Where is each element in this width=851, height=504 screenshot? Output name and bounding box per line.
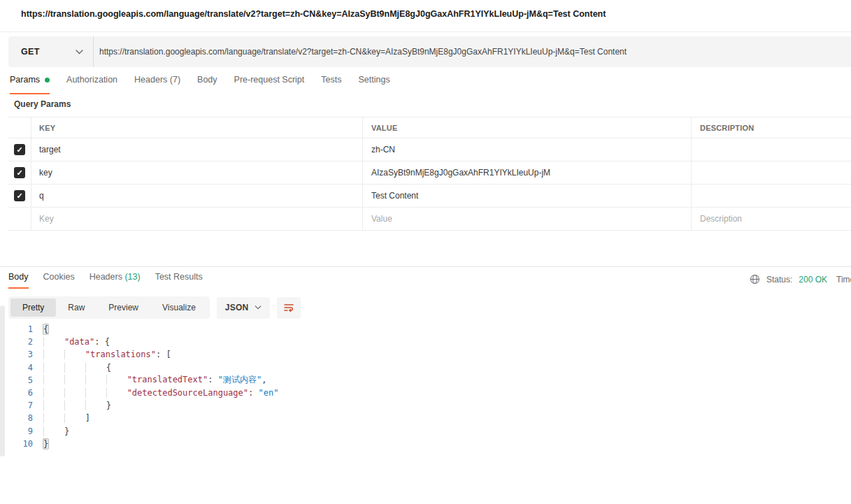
param-description-cell[interactable] — [691, 138, 851, 161]
line-number: 7 — [0, 401, 33, 410]
method-selector[interactable]: GET — [8, 36, 94, 67]
time-label: Time — [836, 275, 851, 285]
indent-guide — [64, 401, 85, 410]
language-dropdown[interactable]: JSON — [217, 297, 270, 319]
code-line: 2 "data": { — [0, 336, 278, 348]
code-line-content: { — [33, 324, 48, 334]
code-token: { — [106, 363, 111, 373]
key-column-header: KEY — [31, 117, 362, 138]
method-label: GET — [21, 47, 40, 57]
indent-guide — [43, 401, 64, 410]
indent-guide — [43, 426, 64, 436]
param-description-input[interactable]: Description — [691, 208, 851, 230]
indent-guide — [43, 337, 64, 347]
indent-guide — [43, 413, 64, 423]
code-line-content: } — [33, 401, 111, 410]
param-checkbox-cell — [8, 208, 31, 230]
response-tab-label: Test Results — [155, 272, 203, 282]
line-number: 6 — [0, 388, 33, 398]
response-tab-headers[interactable]: Headers (13) — [90, 272, 141, 289]
indent-guide — [106, 388, 127, 398]
code-line: 8 ] — [0, 412, 278, 424]
code-line-content: "translations": [ — [33, 350, 171, 359]
request-tab-label: Pre-request Script — [234, 75, 305, 85]
query-params-label: Query Params — [14, 99, 71, 109]
code-token: ] — [85, 413, 90, 423]
code-line: 7 } — [0, 399, 278, 412]
code-line-content: "detectedSourceLanguage": "en" — [33, 388, 278, 398]
query-params-table: KEY VALUE DESCRIPTION ✓targetzh-CN✓keyAI… — [8, 117, 851, 231]
indent-guide — [106, 375, 127, 384]
table-header-row: KEY VALUE DESCRIPTION — [8, 117, 851, 138]
response-meta: Status: 200 OK Time — [750, 274, 851, 285]
request-tab-settings[interactable]: Settings — [358, 73, 389, 94]
request-tab-label: Authorization — [66, 75, 117, 85]
request-tab-label: Headers (7) — [134, 75, 180, 85]
indent-guide — [85, 401, 106, 410]
param-value-cell[interactable]: Test Content — [362, 185, 691, 207]
param-description-cell[interactable] — [691, 161, 851, 184]
request-url-title: https://translation.googleapis.com/langu… — [21, 9, 606, 19]
request-tab-tests[interactable]: Tests — [321, 73, 341, 94]
param-checkbox[interactable]: ✓ — [14, 190, 25, 201]
indent-guide — [85, 363, 106, 373]
param-row: ✓qTest Content — [8, 185, 851, 208]
request-tab-label: Tests — [321, 75, 341, 85]
view-tab-pretty[interactable]: Pretty — [10, 298, 56, 317]
param-row: ✓targetzh-CN — [8, 138, 851, 161]
param-key-cell[interactable]: key — [31, 161, 362, 184]
request-tab-label: Body — [197, 75, 217, 85]
param-description-cell[interactable] — [691, 185, 851, 207]
request-title-bar: https://translation.googleapis.com/langu… — [0, 0, 851, 32]
indent-guide — [64, 388, 85, 398]
status-label: Status: — [766, 275, 792, 285]
request-tab-body[interactable]: Body — [197, 73, 217, 94]
code-line-content: "data": { — [33, 337, 110, 347]
request-tab-authorization[interactable]: Authorization — [66, 73, 117, 94]
param-checkbox[interactable]: ✓ — [14, 167, 25, 178]
response-tab-test-results[interactable]: Test Results — [155, 272, 203, 289]
param-value-input[interactable]: Value — [362, 208, 691, 230]
line-number: 9 — [0, 426, 33, 436]
line-number: 2 — [0, 337, 33, 347]
line-number: 4 — [0, 363, 33, 373]
view-tab-raw[interactable]: Raw — [56, 298, 96, 317]
url-input[interactable]: https://translation.googleapis.com/langu… — [99, 47, 851, 57]
request-tab-pre-request-script[interactable]: Pre-request Script — [234, 73, 305, 94]
line-number: 3 — [0, 350, 33, 359]
line-number: 1 — [0, 324, 33, 334]
code-token: } — [64, 426, 69, 436]
param-value-cell[interactable]: zh-CN — [362, 138, 691, 161]
line-number: 5 — [0, 375, 33, 385]
matched-bracket: { — [43, 324, 48, 334]
response-tab-body[interactable]: Body — [8, 272, 29, 289]
code-token: "测试内容" — [218, 375, 262, 384]
request-tab-params[interactable]: Params — [10, 73, 50, 94]
left-scrollbar[interactable] — [0, 305, 5, 456]
param-key-input[interactable]: Key — [31, 208, 362, 230]
matched-bracket: } — [43, 439, 48, 449]
code-token: "translations" — [85, 350, 156, 359]
param-value-cell[interactable]: AIzaSyBt9nMjE8gJ0gGaxAhFR1YIYkLIeuUp-jM — [362, 161, 691, 184]
param-checkbox[interactable]: ✓ — [14, 144, 25, 155]
code-line-content: ] — [33, 413, 90, 423]
param-row: ✓keyAIzaSyBt9nMjE8gJ0gGaxAhFR1YIYkLIeuUp… — [8, 161, 851, 185]
response-tab-cookies[interactable]: Cookies — [43, 272, 75, 289]
indent-guide — [43, 363, 64, 373]
description-column-header: DESCRIPTION — [691, 117, 851, 138]
param-key-cell[interactable]: target — [31, 138, 362, 161]
code-line: 6 "detectedSourceLanguage": "en" — [0, 387, 278, 399]
indent-guide — [85, 388, 106, 398]
indent-guide — [64, 350, 85, 359]
wrap-lines-button[interactable] — [277, 297, 301, 319]
code-token: } — [106, 401, 111, 410]
code-line: 9 } — [0, 425, 278, 438]
request-tab-headers-7[interactable]: Headers (7) — [134, 73, 180, 94]
indent-guide — [43, 388, 64, 398]
response-tab-label: Body — [8, 272, 29, 282]
view-tab-preview[interactable]: Preview — [96, 298, 150, 317]
view-tab-visualize[interactable]: Visualize — [150, 298, 208, 317]
chevron-down-icon — [255, 305, 262, 310]
code-token: "detectedSourceLanguage" — [127, 388, 248, 398]
param-key-cell[interactable]: q — [31, 185, 362, 207]
